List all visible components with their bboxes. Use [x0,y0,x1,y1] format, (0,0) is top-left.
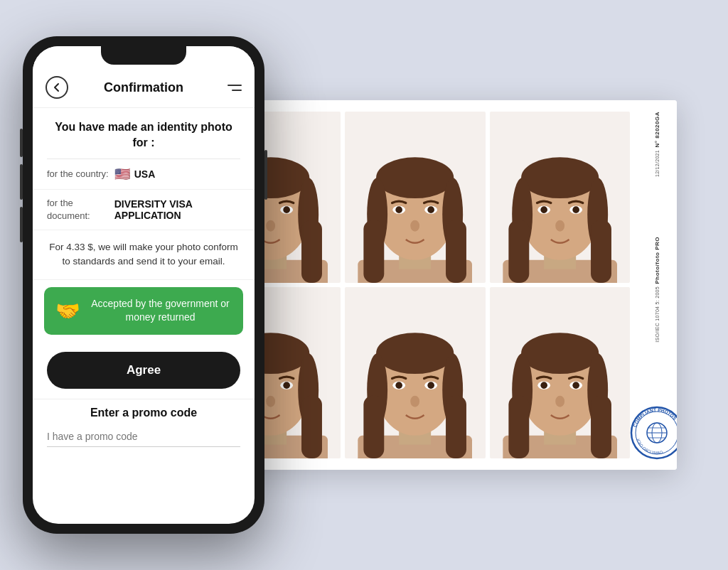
print-date: 12/12/2021 [655,150,660,177]
svg-point-86 [540,382,547,389]
compliant-stamp: COMPLIANT PHOTOS ICAO OACI YMAO [628,404,677,461]
document-value: DIVERSITY VISA APPLICATION [114,198,240,221]
promo-input[interactable] [47,426,240,447]
phone-device: Confirmation You have made an identity p… [23,36,264,534]
svg-point-59 [266,396,275,407]
scene: Confirmation You have made an identity p… [23,29,705,541]
menu-icon-line2 [232,90,242,91]
svg-point-88 [572,382,579,389]
svg-point-73 [428,382,435,389]
svg-point-13 [283,206,290,213]
svg-point-65 [376,333,454,374]
country-flag: 🇺🇸 [114,166,130,182]
svg-point-74 [411,396,420,407]
country-name: USA [134,168,156,180]
svg-rect-38 [508,220,529,283]
svg-rect-54 [301,396,322,458]
svg-rect-23 [364,220,385,283]
guarantee-text: Accepted by the government or money retu… [89,297,232,325]
guarantee-banner: 🤝 Accepted by the government or money re… [44,287,243,335]
promo-section: Enter a promo code [33,399,255,458]
svg-point-44 [555,220,564,232]
svg-rect-9 [301,220,322,283]
svg-point-28 [428,206,435,213]
power-button [264,150,267,200]
passport-photo-3 [490,112,630,283]
svg-rect-68 [364,396,385,458]
passport-photo-6 [490,287,630,458]
svg-rect-24 [446,220,466,283]
volume-up-button [20,164,23,200]
svg-point-71 [396,382,403,389]
svg-point-26 [396,206,403,213]
document-row: for the document: DIVERSITY VISA APPLICA… [33,190,255,230]
phone-notch [101,46,186,65]
menu-icon-line1 [228,85,242,86]
promo-title: Enter a promo code [47,407,240,419]
svg-rect-84 [591,396,611,458]
handshake-icon: 🤝 [55,299,80,323]
svg-point-20 [376,157,454,198]
svg-rect-39 [591,220,611,283]
passport-photo-5 [345,287,485,458]
svg-rect-69 [446,396,466,458]
volume-down-button [20,207,23,242]
passport-photo-2 [345,112,485,283]
country-label: for the country: [47,168,109,181]
price-section: For 4.33 $, we will make your photo conf… [33,230,255,280]
country-row: for the country: 🇺🇸 USA [33,159,255,190]
svg-point-43 [572,206,579,213]
svg-rect-83 [508,396,529,458]
confirmation-title: You have made an identity photo for : [33,108,255,158]
back-button[interactable] [46,76,68,99]
print-number: N° 82020GA [654,112,660,147]
brand-name: Photo/foto PRO [654,237,660,284]
svg-point-58 [283,382,290,389]
menu-button[interactable] [219,76,242,99]
document-label: for the document: [47,197,109,222]
svg-point-14 [266,220,275,232]
photo-print-sidebar: N° 82020GA 12/12/2021 Photo/foto PRO ISO… [637,100,677,470]
phone-screen: Confirmation You have made an identity p… [33,46,255,524]
svg-point-89 [555,396,564,407]
screen-title: Confirmation [68,80,219,95]
silent-button [20,129,23,157]
country-value: 🇺🇸 USA [114,166,156,182]
svg-point-35 [521,157,599,198]
svg-point-80 [521,333,599,374]
svg-point-41 [540,206,547,213]
iso-standard: ISO/IEC 10704 5: 2005 [655,286,660,343]
svg-point-29 [411,220,420,232]
app-content: You have made an identity photo for : fo… [33,108,255,524]
agree-button[interactable]: Agree [47,352,240,389]
